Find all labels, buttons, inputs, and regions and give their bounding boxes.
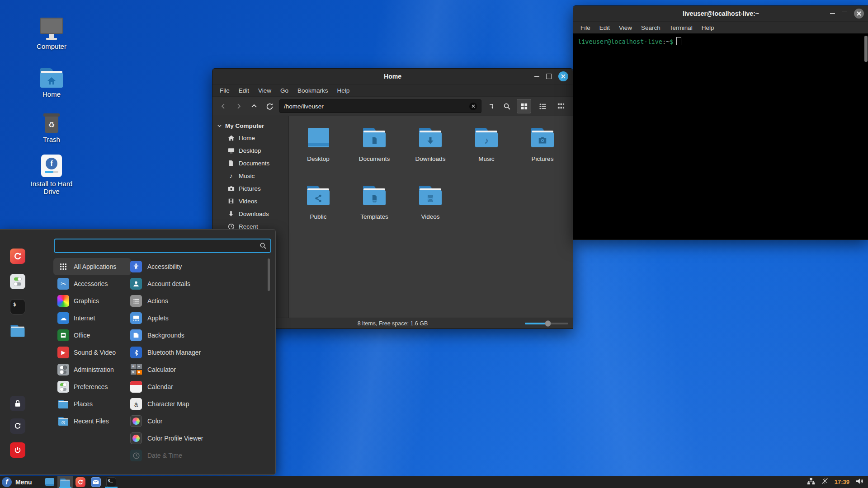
clear-path-icon[interactable] (469, 103, 477, 110)
camera-icon (227, 185, 235, 192)
terminal-icon[interactable]: $_ (10, 299, 25, 314)
terminal-titlebar[interactable]: liveuser@localhost-live:~ (573, 6, 868, 21)
menu-scrollbar[interactable] (268, 258, 270, 291)
jump-to-icon[interactable] (486, 101, 497, 112)
sidebar-item-documents[interactable]: Documents (212, 157, 288, 169)
category-recent-files[interactable]: Recent Files (53, 413, 131, 430)
category-administration[interactable]: Administration (53, 361, 131, 378)
menu-terminal[interactable]: Terminal (665, 23, 697, 33)
back-icon[interactable] (218, 101, 229, 112)
network-icon[interactable] (807, 478, 815, 487)
path-input[interactable]: /home/liveuser (279, 99, 481, 113)
up-icon[interactable] (249, 101, 259, 112)
app-actions[interactable]: Actions (130, 292, 266, 310)
firefox-icon[interactable] (10, 249, 25, 264)
app-applets[interactable]: Applets (130, 310, 266, 327)
app-accessibility[interactable]: Accessibility (130, 258, 266, 275)
category-preferences[interactable]: Preferences (53, 378, 131, 395)
desktop-icon-home[interactable]: Home (23, 62, 80, 98)
sidebar-my-computer[interactable]: My Computer (212, 120, 288, 131)
category-places[interactable]: Places (53, 395, 131, 413)
menu-file[interactable]: File (576, 23, 595, 33)
menu-view[interactable]: View (614, 23, 637, 33)
category-accessories[interactable]: ✂ Accessories (53, 275, 131, 292)
app-color[interactable]: Color (130, 413, 266, 430)
refresh-icon[interactable] (264, 101, 275, 112)
scissors-icon: ✂ (57, 278, 69, 290)
category-office[interactable]: Office (53, 327, 131, 344)
sidebar-item-downloads[interactable]: Downloads (212, 207, 288, 220)
menu-bookmarks[interactable]: Bookmarks (293, 86, 333, 95)
search-icon[interactable] (501, 101, 512, 112)
compact-view-button[interactable] (554, 99, 567, 113)
menu-edit[interactable]: Edit (234, 86, 254, 95)
app-bluetooth-manager[interactable]: Bluetooth Manager (130, 344, 266, 361)
mail-launcher[interactable] (88, 476, 104, 488)
close-button[interactable] (558, 71, 568, 81)
terminal-scrollbar[interactable] (864, 36, 868, 62)
firefox-launcher[interactable] (73, 476, 88, 488)
menu-search-box[interactable] (54, 239, 271, 253)
show-desktop-button[interactable] (42, 476, 57, 488)
logout-icon[interactable] (10, 418, 25, 434)
file-item-templates[interactable]: Templates (346, 186, 402, 244)
settings-icon[interactable] (10, 274, 25, 289)
app-date-time[interactable]: Date & Time (130, 447, 266, 464)
menu-search[interactable]: Search (637, 23, 665, 33)
minimize-button[interactable] (534, 76, 539, 77)
sidebar-item-pictures[interactable]: Pictures (212, 182, 288, 195)
menu-button[interactable]: f Menu (0, 476, 38, 488)
category-sound-video[interactable]: ▶ Sound & Video (53, 344, 131, 361)
file-item-public[interactable]: Public (290, 186, 346, 244)
desktop-icon-computer[interactable]: Computer (23, 14, 80, 50)
search-input[interactable] (58, 242, 259, 250)
category-graphics[interactable]: Graphics (53, 292, 131, 310)
presentation-off-icon[interactable] (821, 477, 829, 487)
sidebar-item-desktop[interactable]: Desktop (212, 144, 288, 157)
sidebar-item-home[interactable]: Home (212, 131, 288, 144)
category-all-applications[interactable]: All Applications (53, 258, 131, 275)
menu-file[interactable]: File (215, 86, 234, 95)
minimize-button[interactable] (830, 13, 835, 14)
volume-icon[interactable] (855, 478, 863, 487)
icon-view-button[interactable] (517, 99, 531, 113)
app-account-details[interactable]: Account details (130, 275, 266, 292)
power-icon[interactable] (10, 442, 25, 458)
forward-icon[interactable] (233, 101, 244, 112)
zoom-slider[interactable] (525, 320, 568, 327)
app-color-profile-viewer[interactable]: Color Profile Viewer (130, 430, 266, 447)
app-calculator[interactable]: + − × = Calculator (130, 361, 266, 378)
sidebar-item-videos[interactable]: Videos (212, 195, 288, 207)
terminal-task[interactable]: $_ (104, 476, 119, 488)
file-manager-icon[interactable] (10, 324, 25, 339)
terminal-output[interactable]: liveuser@localhost-live:~$ (573, 33, 868, 239)
lock-icon[interactable] (10, 396, 25, 411)
file-item-music[interactable]: ♪ Music (458, 128, 514, 186)
menu-help[interactable]: Help (697, 23, 719, 33)
sidebar-item-music[interactable]: ♪ Music (212, 169, 288, 182)
close-button[interactable] (854, 9, 864, 19)
file-item-pictures[interactable]: Pictures (514, 128, 571, 186)
menu-go[interactable]: Go (276, 86, 293, 95)
file-item-desktop[interactable]: Desktop (290, 128, 346, 186)
file-item-downloads[interactable]: Downloads (402, 128, 458, 186)
maximize-button[interactable] (842, 11, 847, 16)
desktop-icon-install[interactable]: f Install to Hard Drive (23, 152, 80, 195)
app-calendar[interactable]: Calendar (130, 378, 266, 395)
graphics-icon (57, 295, 69, 307)
desktop-icon-trash[interactable]: ♻ Trash (23, 108, 80, 143)
category-internet[interactable]: ☁ Internet (53, 310, 131, 327)
file-item-documents[interactable]: Documents (346, 128, 402, 186)
file-list: Desktop Documents Downloads ♪ (289, 116, 573, 318)
menu-help[interactable]: Help (333, 86, 354, 95)
file-item-videos[interactable]: Videos (402, 186, 458, 244)
menu-view[interactable]: View (254, 86, 276, 95)
list-view-button[interactable] (536, 99, 549, 113)
clock[interactable]: 17:39 (835, 479, 849, 485)
maximize-button[interactable] (546, 74, 552, 79)
menu-edit[interactable]: Edit (595, 23, 614, 33)
app-backgrounds[interactable]: Backgrounds (130, 327, 266, 344)
app-character-map[interactable]: á Character Map (130, 395, 266, 413)
file-manager-task[interactable] (57, 476, 73, 488)
file-manager-titlebar[interactable]: Home (212, 69, 573, 84)
